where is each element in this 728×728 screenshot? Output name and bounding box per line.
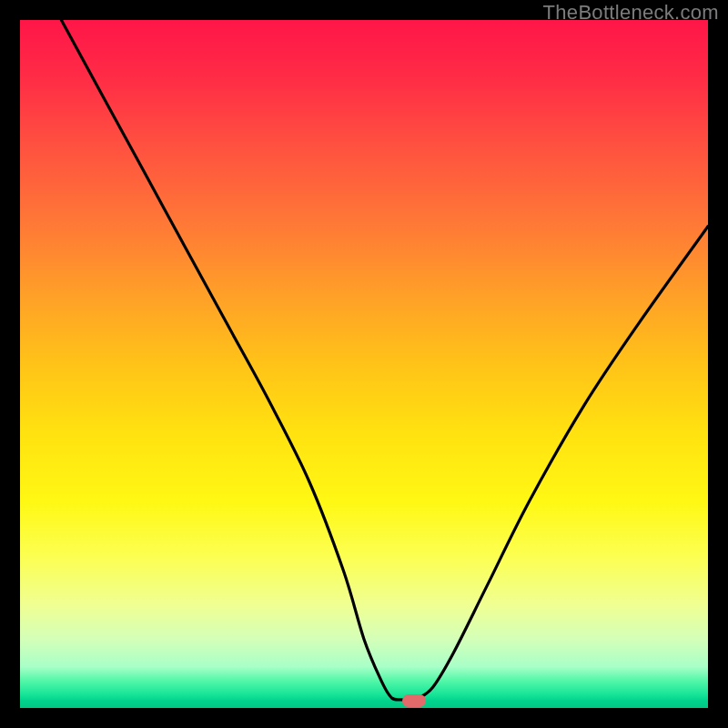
optimal-marker (402, 694, 426, 707)
bottleneck-curve (20, 20, 708, 708)
chart-stage: TheBottleneck.com (0, 0, 728, 728)
plot-area (20, 20, 708, 708)
